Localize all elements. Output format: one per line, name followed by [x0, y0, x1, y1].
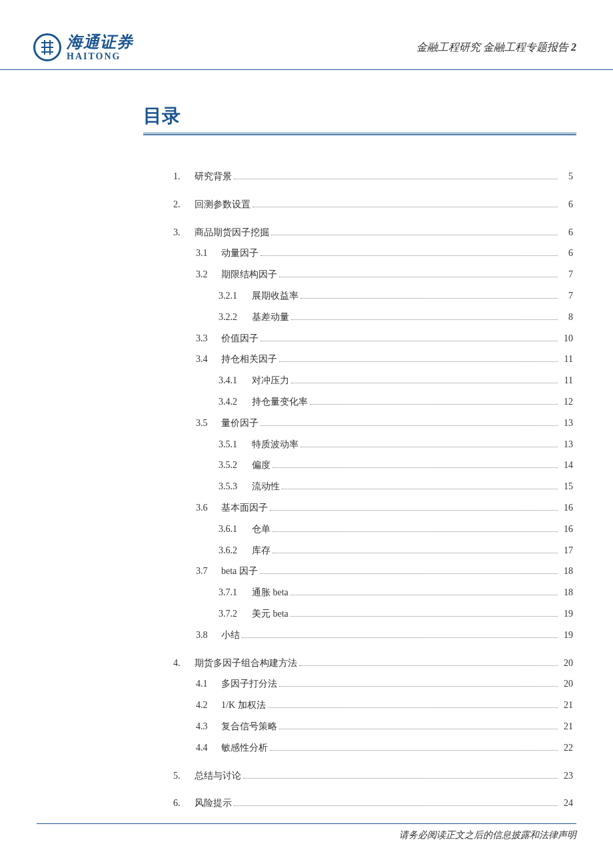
toc-entry[interactable]: 3.5.3流动性15 — [173, 479, 573, 495]
toc-entry-label: 展期收益率 — [252, 288, 299, 304]
toc-entry[interactable]: 4.4敏感性分析22 — [173, 740, 573, 756]
toc-entry-label: 通胀 beta — [252, 585, 289, 601]
toc-entry-leader — [261, 341, 558, 341]
toc-entry[interactable]: 2.回测参数设置6 — [173, 197, 573, 213]
toc-entry-label: 回测参数设置 — [195, 197, 251, 213]
toc-entry[interactable]: 4.1多因子打分法20 — [173, 676, 573, 692]
toc-entry-page: 16 — [560, 500, 573, 516]
toc-entry[interactable]: 3.3价值因子10 — [173, 331, 573, 347]
toc-entry-page: 6 — [560, 197, 573, 213]
toc-entry[interactable]: 3.2期限结构因子7 — [173, 267, 573, 283]
toc-entry-leader — [291, 595, 558, 595]
toc-entry-number: 4. — [173, 655, 195, 671]
toc-entry-number: 3.8 — [196, 627, 221, 643]
toc-entry[interactable]: 5.总结与讨论23 — [173, 768, 573, 784]
toc-entry-leader — [279, 729, 558, 729]
toc-entry-leader — [291, 616, 558, 617]
toc-entry-number: 3.4 — [196, 351, 221, 367]
toc-entry[interactable]: 3.商品期货因子挖掘6 — [173, 225, 573, 241]
toc-entry-number: 3.4.1 — [219, 373, 252, 389]
toc-entry[interactable]: 3.1动量因子6 — [173, 245, 573, 261]
toc-entry-page: 21 — [560, 697, 573, 713]
toc-entry-leader — [310, 404, 558, 405]
toc-entry-label: 流动性 — [252, 479, 280, 495]
toc-entry-label: 小结 — [221, 627, 240, 643]
toc-entry-page: 13 — [560, 415, 573, 431]
toc-entry[interactable]: 3.4.2持仓量变化率12 — [173, 394, 573, 410]
toc-entry-leader — [282, 489, 558, 489]
toc-entry[interactable]: 3.6.2库存17 — [173, 543, 573, 559]
toc-entry-label: 持仓相关因子 — [221, 351, 277, 367]
toc-entry-leader — [279, 277, 558, 277]
toc-entry-number: 5. — [173, 768, 195, 784]
toc-entry-leader — [243, 778, 558, 779]
toc-entry[interactable]: 3.7.2美元 beta19 — [173, 606, 573, 622]
toc-entry-page: 7 — [560, 267, 573, 283]
toc-entry-leader — [273, 553, 558, 553]
toc-entry[interactable]: 3.2.2基差动量8 — [173, 309, 573, 325]
toc-entry-number: 3.5.1 — [219, 437, 252, 453]
toc-entry[interactable]: 3.8小结19 — [173, 627, 573, 643]
toc-entry-number: 4.2 — [196, 697, 221, 713]
toc-entry-page: 11 — [560, 373, 573, 389]
toc-entry-number: 3. — [173, 225, 195, 241]
toc-entry-number: 3.3 — [196, 331, 221, 347]
toc-entry[interactable]: 3.4持仓相关因子11 — [173, 351, 573, 367]
toc-entry-leader — [268, 707, 558, 708]
toc-entry-number: 3.7.2 — [219, 606, 252, 622]
toc-entry-label: 特质波动率 — [252, 437, 299, 453]
toc-entry-label: 研究背景 — [195, 169, 232, 185]
toc-entry-leader — [301, 447, 558, 447]
header-subtitle-text: 金融工程研究 金融工程专题报告 — [416, 41, 568, 53]
toc-entry-label: 价值因子 — [221, 331, 259, 347]
toc-entry-number: 3.5 — [196, 415, 221, 431]
toc-entry-number: 3.2.2 — [219, 309, 252, 325]
page-title: 目录 — [143, 103, 576, 133]
header-subtitle-number: 2 — [571, 41, 576, 53]
toc-entry[interactable]: 3.4.1对冲压力11 — [173, 373, 573, 389]
toc-entry[interactable]: 6.风险提示24 — [173, 795, 573, 811]
toc-entry[interactable]: 3.6.1仓单16 — [173, 521, 573, 537]
toc-entry-leader — [301, 298, 558, 299]
toc-entry-label: 仓单 — [252, 521, 271, 537]
toc-entry[interactable]: 3.6基本面因子16 — [173, 500, 573, 516]
toc-entry-number: 3.6.2 — [219, 543, 252, 559]
toc-entry-page: 21 — [560, 719, 573, 735]
toc-entry[interactable]: 3.5.1特质波动率13 — [173, 437, 573, 453]
toc-entry-page: 8 — [560, 309, 573, 325]
toc-entry-leader — [299, 665, 558, 666]
toc-entry-number: 4.1 — [196, 676, 221, 692]
toc-entry-number: 3.4.2 — [219, 394, 252, 410]
toc-entry[interactable]: 1.研究背景5 — [173, 169, 573, 185]
toc-entry[interactable]: 3.2.1展期收益率7 — [173, 288, 573, 304]
toc-entry-page: 18 — [560, 563, 573, 579]
toc-entry[interactable]: 3.7beta 因子18 — [173, 563, 573, 579]
toc-entry-label: 商品期货因子挖掘 — [195, 225, 269, 241]
toc-entry-leader — [270, 510, 558, 511]
toc-entry-page: 14 — [560, 457, 573, 473]
toc-entry-leader — [291, 319, 558, 320]
toc-entry-number: 4.3 — [196, 719, 221, 735]
toc-entry-number: 3.6 — [196, 500, 221, 516]
toc-entry[interactable]: 4.3复合信号策略21 — [173, 719, 573, 735]
toc-entry-label: 敏感性分析 — [221, 740, 268, 756]
brand-logo: 海通证券 HAITONG — [33, 33, 133, 61]
toc-entry[interactable]: 4.期货多因子组合构建方法20 — [173, 655, 573, 671]
toc-entry-page: 22 — [560, 740, 573, 756]
toc-entry-number: 3.7.1 — [219, 585, 252, 601]
toc-entry[interactable]: 3.5.2偏度14 — [173, 457, 573, 473]
toc-entry-label: 风险提示 — [195, 795, 232, 811]
toc-entry-label: 动量因子 — [221, 245, 259, 261]
toc-entry-page: 17 — [560, 543, 573, 559]
toc-entry-leader — [279, 686, 558, 687]
toc-entry[interactable]: 3.5量价因子13 — [173, 415, 573, 431]
toc-entry-label: 基本面因子 — [221, 500, 268, 516]
toc-entry[interactable]: 3.7.1通胀 beta18 — [173, 585, 573, 601]
page-header: 海通证券 HAITONG 金融工程研究 金融工程专题报告 2 — [0, 0, 613, 70]
toc-entry-page: 20 — [560, 655, 573, 671]
toc-entry-number: 1. — [173, 169, 195, 185]
toc-entry-leader — [273, 467, 558, 468]
toc-entry[interactable]: 4.21/K 加权法21 — [173, 697, 573, 713]
toc-entry-page: 18 — [560, 585, 573, 601]
toc-entry-number: 4.4 — [196, 740, 221, 756]
